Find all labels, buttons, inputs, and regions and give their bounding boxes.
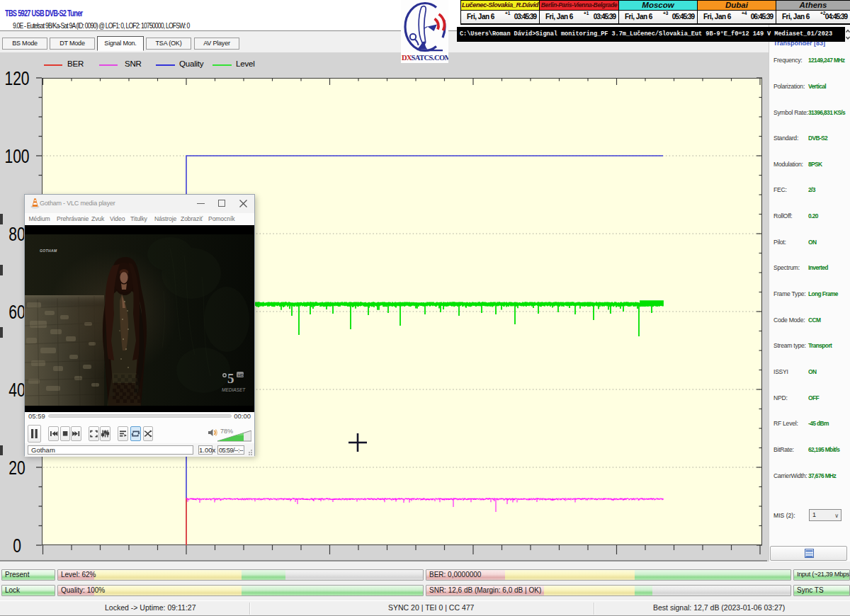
svg-text:MEDIASET: MEDIASET: [222, 387, 246, 392]
svg-text:SATCS.COM: SATCS.COM: [412, 54, 449, 62]
svg-text:5: 5: [227, 371, 234, 386]
svg-text:HD: HD: [238, 373, 244, 377]
svg-text:GOTHAM: GOTHAM: [40, 249, 57, 253]
